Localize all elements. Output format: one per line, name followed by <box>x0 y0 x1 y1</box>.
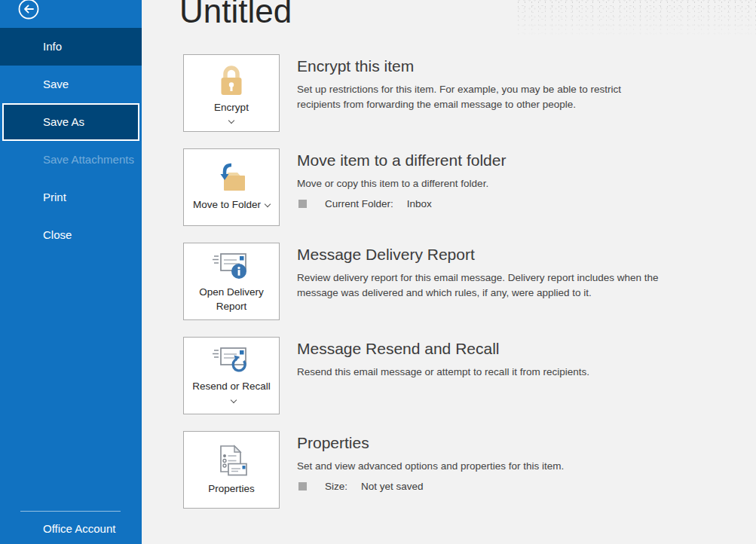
button-label: Move to Folder <box>193 199 261 210</box>
sidebar-item-save-attachments: Save Attachments <box>0 141 142 179</box>
sidebar-item-print[interactable]: Print <box>0 179 142 216</box>
properties-button[interactable]: Properties <box>183 431 280 509</box>
button-label: Properties <box>208 483 255 494</box>
section-description: Set and view advanced options and proper… <box>297 459 564 474</box>
lock-icon <box>216 64 246 97</box>
sidebar-item-label: Save Attachments <box>43 153 134 166</box>
move-to-folder-button[interactable]: Move to Folder <box>183 148 280 226</box>
backstage-menu: Info Save Save As Save Attachments Print… <box>0 28 142 254</box>
section-delivery-report: Open Delivery Report Message Delivery Re… <box>183 243 756 337</box>
backstage-content: Untitled Encrypt <box>142 0 756 544</box>
detail-label: Size: <box>325 481 347 492</box>
sidebar-item-save-as[interactable]: Save As <box>2 103 139 141</box>
section-text: Message Resend and Recall Resend this em… <box>297 337 589 380</box>
section-text: Encrypt this item Set up restrictions fo… <box>297 54 659 112</box>
backstage-sidebar: Info Save Save As Save Attachments Print… <box>0 0 142 544</box>
info-sections: Encrypt Encrypt this item Set up restric… <box>183 54 756 525</box>
section-text: Message Delivery Report Review delivery … <box>297 243 700 301</box>
section-description: Set up restrictions for this item. For e… <box>297 82 659 112</box>
detail-value: Inbox <box>407 198 432 209</box>
section-properties: Properties Properties Set and view advan… <box>183 431 756 525</box>
section-text: Move item to a different folder Move or … <box>297 148 506 209</box>
button-label: Resend or Recall <box>192 380 271 392</box>
chevron-down-icon <box>228 117 234 123</box>
delivery-report-icon <box>211 250 252 282</box>
detail-value: Not yet saved <box>361 481 424 492</box>
sidebar-divider <box>20 511 121 512</box>
chevron-down-icon <box>231 396 237 402</box>
properties-icon <box>213 444 249 478</box>
section-encrypt: Encrypt Encrypt this item Set up restric… <box>183 54 756 148</box>
sidebar-item-label: Save <box>43 78 69 90</box>
sidebar-item-label: Info <box>43 40 62 53</box>
back-arrow-icon <box>17 9 40 22</box>
sidebar-item-label: Office Account <box>43 522 115 535</box>
square-bullet-icon <box>298 482 307 491</box>
section-title: Properties <box>297 432 564 454</box>
sidebar-item-label: Save As <box>43 115 84 128</box>
chevron-down-icon <box>265 201 271 207</box>
page-title: Untitled <box>179 0 292 30</box>
sidebar-item-close[interactable]: Close <box>0 216 142 254</box>
sidebar-item-save[interactable]: Save <box>0 66 142 103</box>
encrypt-button[interactable]: Encrypt <box>183 54 280 132</box>
section-description: Resend this email message or attempt to … <box>297 365 589 380</box>
section-title: Message Delivery Report <box>297 244 700 265</box>
resend-recall-icon <box>211 344 252 376</box>
section-title: Encrypt this item <box>297 56 659 77</box>
back-button[interactable] <box>17 0 40 20</box>
sidebar-item-label: Print <box>43 191 66 203</box>
button-label: Open Delivery Report <box>199 286 264 312</box>
button-label: Encrypt <box>214 102 249 113</box>
section-resend-recall: Resend or Recall Message Resend and Reca… <box>183 337 756 431</box>
detail-label: Current Folder: <box>325 198 393 209</box>
section-move-to-folder: Move to Folder Move item to a different … <box>183 148 756 243</box>
sidebar-item-label: Close <box>43 228 72 241</box>
move-to-folder-icon <box>213 163 249 194</box>
sidebar-item-office-account[interactable]: Office Account <box>0 517 142 544</box>
decorative-speckle-texture <box>515 0 756 45</box>
section-description: Move or copy this item to a different fo… <box>297 176 506 191</box>
section-text: Properties Set and view advanced options… <box>297 431 564 492</box>
section-title: Message Resend and Recall <box>297 338 589 359</box>
square-bullet-icon <box>298 200 307 208</box>
section-description: Review delivery report for this email me… <box>297 270 700 301</box>
sidebar-item-info[interactable]: Info <box>0 28 142 66</box>
current-folder-row: Current Folder: Inbox <box>297 198 506 209</box>
backstage-view: Info Save Save As Save Attachments Print… <box>0 0 756 544</box>
size-row: Size: Not yet saved <box>297 481 564 492</box>
open-delivery-report-button[interactable]: Open Delivery Report <box>183 243 280 320</box>
resend-or-recall-button[interactable]: Resend or Recall <box>183 337 280 414</box>
section-title: Move item to a different folder <box>297 150 506 171</box>
